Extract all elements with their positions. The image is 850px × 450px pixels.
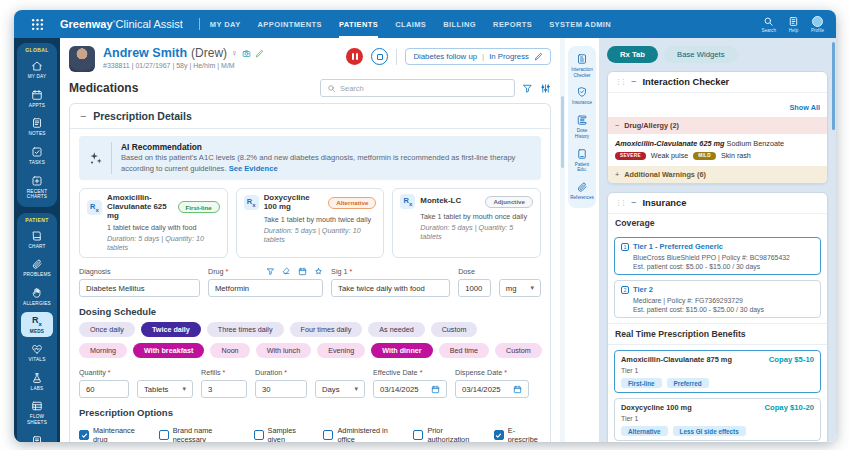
checkbox-maintenance-drug[interactable]: Maintenance drug <box>79 426 146 442</box>
nav-billing[interactable]: BILLING <box>443 10 476 38</box>
show-all-link[interactable]: Show All <box>789 103 820 112</box>
quantity-input[interactable]: 60 <box>79 380 129 398</box>
suggestion-card-first-line[interactable]: Rx Amoxicillin-Clavulanate 625 mg First-… <box>79 188 228 258</box>
pill-three-times-daily[interactable]: Three times daily <box>207 322 284 337</box>
checkbox-administered-in-office[interactable]: Administered in office <box>323 426 400 442</box>
collapse-toggle[interactable]: − <box>80 110 86 122</box>
pill-with-breakfast[interactable]: With breakfast <box>133 343 204 358</box>
sidebar-item-labs[interactable]: LABS <box>21 368 53 395</box>
tier-2-card[interactable]: 2 Tier 2 Medicare | Policy #: FG73692937… <box>614 280 821 318</box>
nav-claims[interactable]: CLAIMS <box>395 10 426 38</box>
checkbox-e-prescribe[interactable]: E-prescribe <box>494 426 541 442</box>
sig-input[interactable]: Take twice daily with food <box>331 279 450 297</box>
tab-rx[interactable]: Rx Tab <box>607 46 658 63</box>
drag-handle-icon[interactable]: ⋮⋮ <box>615 199 625 207</box>
rail-dose-history[interactable]: Dose History <box>570 114 594 139</box>
pill-morning[interactable]: Morning <box>79 343 127 358</box>
dose-unit-select[interactable]: mg▾ <box>499 279 541 297</box>
pill-twice-daily[interactable]: Twice daily <box>141 322 201 337</box>
sidebar-item-allergies[interactable]: ALLERGIES <box>21 283 53 310</box>
calendar-icon[interactable] <box>431 385 440 394</box>
pill-four-times-daily[interactable]: Four times daily <box>290 322 363 337</box>
benefit-card-doxycycline[interactable]: Doxycycline 100 mgCopay $10-20 Tier 1 Al… <box>614 398 821 441</box>
collapse-toggle[interactable]: − <box>631 198 636 208</box>
effective-date-input[interactable]: 03/14/2025 <box>373 380 447 398</box>
drag-handle-icon[interactable]: ⋮⋮ <box>615 78 625 86</box>
search-button[interactable]: Search <box>761 16 776 33</box>
duration-unit-select[interactable]: Days▾ <box>315 380 365 398</box>
sidebar-item-recent-charts[interactable]: RECENT CHARTS <box>21 171 53 203</box>
main-scrollbar[interactable] <box>560 38 565 442</box>
encounter-chip[interactable]: Diabetes follow up | In Progress <box>405 48 551 65</box>
suggestion-card-adjunctive[interactable]: Rx Montek-LC Adjunctive Take 1 tablet by… <box>392 188 541 258</box>
checkbox-brand-name-necessary[interactable]: Brand name necessary <box>159 426 241 442</box>
rail-references[interactable]: References <box>570 181 594 201</box>
sidebar-item-notes[interactable]: NOTES <box>21 113 53 140</box>
sidebar-item-my-day[interactable]: MY DAY <box>21 56 53 83</box>
panel-scrollbar-thumb[interactable] <box>832 42 835 130</box>
stop-encounter-button[interactable] <box>371 48 388 65</box>
drug-filter-icon[interactable] <box>266 267 275 276</box>
filter-funnel-icon[interactable] <box>522 83 533 94</box>
tier-1-card[interactable]: 1 Tier 1 - Preferred Generic BlueCross B… <box>614 237 821 275</box>
pill-as-needed[interactable]: As needed <box>368 322 424 337</box>
pill-once-daily[interactable]: Once daily <box>79 322 135 337</box>
sidebar-item-problems[interactable]: PROBLEMS <box>21 254 53 281</box>
tune-sliders-icon[interactable] <box>540 83 551 94</box>
patient-avatar[interactable] <box>69 46 95 72</box>
see-evidence-link[interactable]: See Evidence <box>229 164 278 173</box>
collapse-toggle[interactable]: − <box>631 77 636 87</box>
nav-patients[interactable]: PATIENTS <box>339 10 378 38</box>
calendar-icon[interactable] <box>513 385 522 394</box>
sidebar-item-docs[interactable] <box>21 431 53 442</box>
drug-eraser-icon[interactable] <box>282 267 291 276</box>
nav-appointments[interactable]: APPOINTMENTS <box>258 10 322 38</box>
scrollbar-thumb[interactable] <box>561 96 564 168</box>
checkbox-samples-given[interactable]: Samples given <box>254 426 311 442</box>
sidebar-item-vitals[interactable]: VITALS <box>21 339 53 366</box>
sidebar-item-appts[interactable]: APPTS <box>21 85 53 112</box>
nav-system-admin[interactable]: SYSTEM ADMIN <box>549 10 611 38</box>
rail-interaction-checker[interactable]: Interaction Checker <box>570 53 594 78</box>
pill-with-lunch[interactable]: With lunch <box>256 343 312 358</box>
edit-pencil-icon[interactable] <box>255 49 264 58</box>
sidebar-item-meds[interactable]: Rx MEDS <box>21 312 53 337</box>
drug-calendar-icon[interactable] <box>298 267 307 276</box>
nav-reports[interactable]: REPORTS <box>493 10 532 38</box>
medications-search-input[interactable]: Search <box>320 79 515 97</box>
pill-evening[interactable]: Evening <box>317 343 365 358</box>
dispense-date-input[interactable]: 03/14/2025 <box>455 380 529 398</box>
pill-frequency-custom[interactable]: Custom <box>431 322 478 337</box>
sidebar-item-flow-sheets[interactable]: FLOW SHEETS <box>21 396 53 428</box>
additional-warnings-row[interactable]: + Additional Warnings (6) <box>608 166 827 183</box>
dose-input[interactable]: 1000 <box>458 279 491 297</box>
quantity-unit-select[interactable]: Tablets▾ <box>137 380 193 398</box>
pill-with-dinner[interactable]: With dinner <box>371 343 432 358</box>
duration-input[interactable]: 30 <box>255 380 307 398</box>
camera-icon[interactable] <box>242 49 251 58</box>
tab-base-widgets[interactable]: Base Widgets <box>664 46 737 63</box>
sidebar-item-chart[interactable]: CHART <box>21 226 53 253</box>
patient-name[interactable]: Andrew Smith <box>103 46 187 60</box>
app-grid-icon[interactable] <box>14 10 60 38</box>
edit-encounter-icon[interactable] <box>534 52 543 61</box>
checkbox-prior-authorization[interactable]: Prior authorization <box>413 426 480 442</box>
diagnosis-input[interactable]: Diabetes Mellitus <box>79 279 200 297</box>
pill-noon[interactable]: Noon <box>210 343 249 358</box>
benefit-card-amoxicillin[interactable]: Amoxicillin-Clavulanate 875 mgCopay $5-1… <box>614 350 821 393</box>
suggestion-card-alternative[interactable]: Rx Doxycycline 100 mg Alternative Take 1… <box>236 188 385 258</box>
drug-allergy-group[interactable]: − Drug/Allergy (2) <box>608 117 827 134</box>
rail-insurance[interactable]: Insurance <box>572 86 592 106</box>
pill-timing-custom[interactable]: Custom <box>495 343 542 358</box>
drug-favorite-star-icon[interactable] <box>314 267 323 276</box>
tasks-icon <box>31 146 43 158</box>
drug-input[interactable]: Metformin <box>208 279 323 297</box>
pause-encounter-button[interactable] <box>346 48 363 65</box>
refills-input[interactable]: 3 <box>201 380 247 398</box>
profile-button[interactable]: Profile <box>811 16 824 33</box>
nav-my-day[interactable]: MY DAY <box>210 10 241 38</box>
pill-bed-time[interactable]: Bed time <box>439 343 489 358</box>
sidebar-item-tasks[interactable]: TASKS <box>21 142 53 169</box>
help-button[interactable]: Help <box>788 16 799 33</box>
rail-patient-edu[interactable]: Patient Edu. <box>570 148 594 173</box>
